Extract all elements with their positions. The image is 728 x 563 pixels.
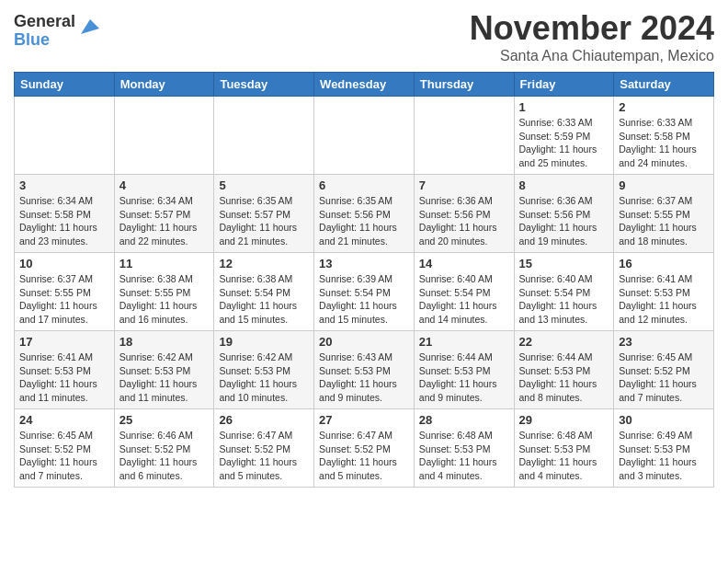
day-number: 13 [319, 257, 409, 270]
calendar-cell: 9Sunrise: 6:37 AMSunset: 5:55 PMDaylight… [614, 175, 714, 253]
day-number: 7 [419, 178, 509, 192]
day-number: 3 [19, 178, 109, 192]
day-number: 2 [619, 100, 709, 114]
day-info: Sunrise: 6:33 AMSunset: 5:58 PMDaylight:… [619, 116, 709, 170]
day-info: Sunrise: 6:40 AMSunset: 5:54 PMDaylight:… [519, 272, 609, 327]
day-info: Sunrise: 6:33 AMSunset: 5:59 PMDaylight:… [519, 116, 609, 170]
day-number: 21 [419, 335, 509, 349]
day-info: Sunrise: 6:38 AMSunset: 5:55 PMDaylight:… [119, 272, 210, 327]
calendar-cell: 12Sunrise: 6:38 AMSunset: 5:54 PMDayligh… [214, 253, 314, 331]
day-info: Sunrise: 6:36 AMSunset: 5:56 PMDaylight:… [419, 194, 509, 248]
day-info: Sunrise: 6:37 AMSunset: 5:55 PMDaylight:… [619, 194, 709, 248]
day-info: Sunrise: 6:49 AMSunset: 5:53 PMDaylight:… [619, 429, 709, 483]
day-number: 22 [519, 335, 609, 349]
day-info: Sunrise: 6:47 AMSunset: 5:52 PMDaylight:… [319, 429, 409, 483]
day-number: 24 [19, 413, 109, 427]
day-number: 5 [219, 178, 309, 192]
day-number: 11 [119, 257, 210, 270]
month-title: November 2024 [470, 9, 714, 48]
day-info: Sunrise: 6:39 AMSunset: 5:54 PMDaylight:… [319, 272, 409, 327]
calendar-cell: 16Sunrise: 6:41 AMSunset: 5:53 PMDayligh… [614, 253, 714, 331]
calendar-cell: 25Sunrise: 6:46 AMSunset: 5:52 PMDayligh… [114, 409, 214, 488]
weekday-header-sunday: Sunday [15, 73, 115, 97]
weekday-header-monday: Monday [114, 73, 214, 97]
calendar-cell: 5Sunrise: 6:35 AMSunset: 5:57 PMDaylight… [214, 175, 314, 253]
day-number: 16 [619, 257, 709, 270]
day-info: Sunrise: 6:45 AMSunset: 5:52 PMDaylight:… [19, 429, 109, 483]
calendar-cell: 29Sunrise: 6:48 AMSunset: 5:53 PMDayligh… [514, 409, 614, 488]
day-number: 28 [419, 413, 509, 427]
calendar-cell [114, 97, 214, 175]
weekday-header-friday: Friday [514, 73, 614, 97]
day-info: Sunrise: 6:35 AMSunset: 5:56 PMDaylight:… [319, 194, 409, 248]
logo-blue: Blue [14, 31, 75, 50]
location-title: Santa Ana Chiautempan, Mexico [470, 48, 714, 64]
day-number: 20 [319, 335, 409, 349]
day-number: 14 [419, 257, 509, 270]
day-number: 27 [319, 413, 409, 427]
calendar-cell: 13Sunrise: 6:39 AMSunset: 5:54 PMDayligh… [314, 253, 415, 331]
day-number: 1 [519, 100, 609, 114]
day-number: 9 [619, 178, 709, 192]
day-info: Sunrise: 6:44 AMSunset: 5:53 PMDaylight:… [419, 350, 509, 405]
calendar-cell: 2Sunrise: 6:33 AMSunset: 5:58 PMDaylight… [614, 97, 714, 175]
day-info: Sunrise: 6:48 AMSunset: 5:53 PMDaylight:… [519, 429, 609, 483]
day-info: Sunrise: 6:41 AMSunset: 5:53 PMDaylight:… [19, 350, 109, 405]
day-info: Sunrise: 6:37 AMSunset: 5:55 PMDaylight:… [19, 272, 109, 327]
day-number: 10 [19, 257, 109, 270]
calendar-cell [314, 97, 415, 175]
calendar-cell: 15Sunrise: 6:40 AMSunset: 5:54 PMDayligh… [514, 253, 614, 331]
calendar-cell: 17Sunrise: 6:41 AMSunset: 5:53 PMDayligh… [15, 331, 115, 409]
day-number: 18 [119, 335, 210, 349]
weekday-header-thursday: Thursday [414, 73, 514, 97]
calendar-cell: 30Sunrise: 6:49 AMSunset: 5:53 PMDayligh… [614, 409, 714, 488]
day-info: Sunrise: 6:40 AMSunset: 5:54 PMDaylight:… [419, 272, 509, 327]
calendar-cell: 24Sunrise: 6:45 AMSunset: 5:52 PMDayligh… [15, 409, 115, 488]
day-info: Sunrise: 6:48 AMSunset: 5:53 PMDaylight:… [419, 429, 509, 483]
calendar-cell [15, 97, 115, 175]
day-info: Sunrise: 6:38 AMSunset: 5:54 PMDaylight:… [219, 272, 309, 327]
day-info: Sunrise: 6:43 AMSunset: 5:53 PMDaylight:… [319, 350, 409, 405]
calendar-cell: 18Sunrise: 6:42 AMSunset: 5:53 PMDayligh… [114, 331, 214, 409]
calendar-cell: 28Sunrise: 6:48 AMSunset: 5:53 PMDayligh… [414, 409, 514, 488]
calendar-cell: 22Sunrise: 6:44 AMSunset: 5:53 PMDayligh… [514, 331, 614, 409]
day-number: 6 [319, 178, 409, 192]
day-info: Sunrise: 6:45 AMSunset: 5:52 PMDaylight:… [619, 350, 709, 405]
weekday-header-saturday: Saturday [614, 73, 714, 97]
day-info: Sunrise: 6:36 AMSunset: 5:56 PMDaylight:… [519, 194, 609, 248]
day-number: 23 [619, 335, 709, 349]
day-info: Sunrise: 6:35 AMSunset: 5:57 PMDaylight:… [219, 194, 309, 248]
day-info: Sunrise: 6:42 AMSunset: 5:53 PMDaylight:… [219, 350, 309, 405]
logo-general: General [14, 13, 75, 31]
day-number: 19 [219, 335, 309, 349]
calendar-cell: 7Sunrise: 6:36 AMSunset: 5:56 PMDaylight… [414, 175, 514, 253]
calendar-cell: 4Sunrise: 6:34 AMSunset: 5:57 PMDaylight… [114, 175, 214, 253]
calendar: SundayMondayTuesdayWednesdayThursdayFrid… [14, 72, 714, 488]
calendar-cell: 1Sunrise: 6:33 AMSunset: 5:59 PMDaylight… [514, 97, 614, 175]
day-number: 26 [219, 413, 309, 427]
day-number: 17 [19, 335, 109, 349]
calendar-cell: 19Sunrise: 6:42 AMSunset: 5:53 PMDayligh… [214, 331, 314, 409]
day-info: Sunrise: 6:34 AMSunset: 5:57 PMDaylight:… [119, 194, 210, 248]
weekday-header-wednesday: Wednesday [314, 73, 415, 97]
logo-icon [77, 16, 99, 38]
calendar-cell: 14Sunrise: 6:40 AMSunset: 5:54 PMDayligh… [414, 253, 514, 331]
day-number: 8 [519, 178, 609, 192]
header: General Blue November 2024 Santa Ana Chi… [14, 9, 714, 64]
day-info: Sunrise: 6:41 AMSunset: 5:53 PMDaylight:… [619, 272, 709, 327]
calendar-cell [414, 97, 514, 175]
calendar-cell: 3Sunrise: 6:34 AMSunset: 5:58 PMDaylight… [15, 175, 115, 253]
title-area: November 2024 Santa Ana Chiautempan, Mex… [470, 9, 714, 64]
day-number: 12 [219, 257, 309, 270]
day-info: Sunrise: 6:44 AMSunset: 5:53 PMDaylight:… [519, 350, 609, 405]
day-number: 29 [519, 413, 609, 427]
day-number: 15 [519, 257, 609, 270]
calendar-cell: 20Sunrise: 6:43 AMSunset: 5:53 PMDayligh… [314, 331, 415, 409]
calendar-cell [214, 97, 314, 175]
weekday-header-tuesday: Tuesday [214, 73, 314, 97]
day-info: Sunrise: 6:47 AMSunset: 5:52 PMDaylight:… [219, 429, 309, 483]
day-number: 4 [119, 178, 210, 192]
day-info: Sunrise: 6:34 AMSunset: 5:58 PMDaylight:… [19, 194, 109, 248]
day-number: 25 [119, 413, 210, 427]
calendar-cell: 23Sunrise: 6:45 AMSunset: 5:52 PMDayligh… [614, 331, 714, 409]
